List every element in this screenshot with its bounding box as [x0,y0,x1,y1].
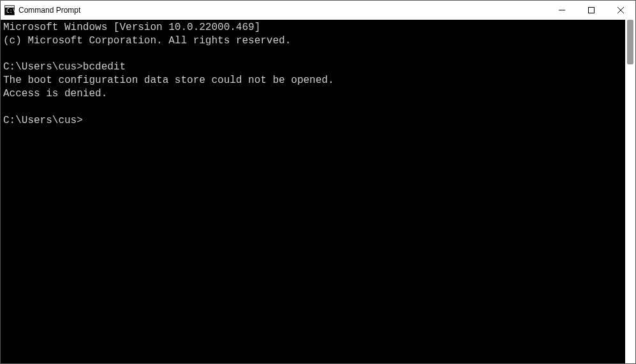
scrollbar-thumb[interactable] [627,20,633,64]
terminal-prompt: C:\Users\cus> [3,115,83,126]
svg-rect-1 [5,6,14,8]
svg-rect-4 [589,8,595,13]
terminal-line: The boot configuration data store could … [3,75,334,86]
terminal-output[interactable]: Microsoft Windows [Version 10.0.22000.46… [1,20,625,363]
content-area: Microsoft Windows [Version 10.0.22000.46… [1,20,635,363]
terminal-command: bcdedit [83,61,126,73]
command-prompt-window: C:\ Command Prompt Microsoft Windows [Ve… [0,0,636,364]
titlebar-left: C:\ Command Prompt [4,5,80,15]
window-title: Command Prompt [18,6,80,15]
command-prompt-icon: C:\ [4,5,15,15]
scrollbar-track[interactable] [625,20,635,363]
terminal-line: Microsoft Windows [Version 10.0.22000.46… [3,22,260,33]
minimize-button[interactable] [547,1,577,20]
svg-text:C:\: C:\ [6,8,15,14]
maximize-button[interactable] [577,1,606,20]
terminal-line: (c) Microsoft Corporation. All rights re… [3,35,291,47]
terminal-prompt: C:\Users\cus> [3,61,83,73]
window-controls [547,1,635,20]
terminal-line: Access is denied. [3,88,107,99]
titlebar[interactable]: C:\ Command Prompt [1,1,635,20]
close-button[interactable] [606,1,635,20]
